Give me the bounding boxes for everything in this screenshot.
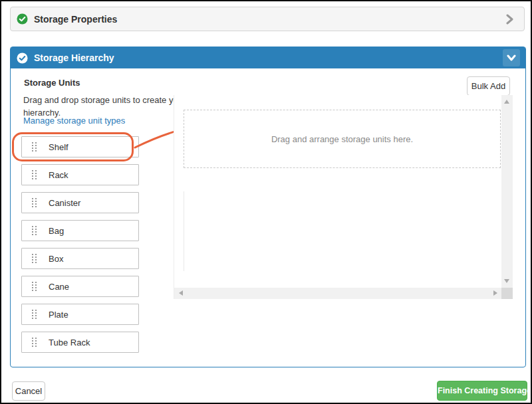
drag-handle-icon[interactable] bbox=[32, 142, 37, 152]
unit-item-tube-rack[interactable]: Tube Rack bbox=[21, 332, 139, 353]
finish-creating-storage-button[interactable]: Finish Creating Storage bbox=[437, 381, 527, 401]
cancel-button[interactable]: Cancel bbox=[12, 381, 45, 401]
check-circle-icon bbox=[17, 13, 28, 25]
dropzone[interactable]: Drag and arrange storage units here. bbox=[184, 110, 501, 168]
unit-item-plate[interactable]: Plate bbox=[21, 304, 139, 325]
storage-hierarchy-panel-header[interactable]: Storage Hierarchy bbox=[11, 47, 525, 68]
hierarchy-canvas[interactable]: Drag and arrange storage units here. bbox=[174, 95, 513, 299]
chevron-down-icon bbox=[506, 53, 517, 62]
storage-hierarchy-title: Storage Hierarchy bbox=[34, 52, 114, 63]
drag-handle-icon[interactable] bbox=[32, 282, 37, 292]
drag-handle-icon[interactable] bbox=[32, 170, 37, 180]
drag-handle-icon[interactable] bbox=[32, 198, 37, 208]
storage-properties-panel-header[interactable]: Storage Properties bbox=[10, 7, 525, 31]
unit-item-cane[interactable]: Cane bbox=[21, 276, 139, 297]
unit-item-canister[interactable]: Canister bbox=[21, 192, 139, 213]
scroll-right-icon[interactable] bbox=[493, 290, 497, 296]
dropzone-hint: Drag and arrange storage units here. bbox=[271, 134, 413, 144]
scroll-left-icon[interactable] bbox=[179, 290, 183, 296]
storage-units-label: Storage Units bbox=[24, 78, 80, 88]
drag-handle-icon[interactable] bbox=[32, 226, 37, 236]
manage-storage-unit-types-link[interactable]: Manage storage unit types bbox=[23, 116, 125, 126]
bulk-add-button[interactable]: Bulk Add bbox=[467, 76, 510, 96]
drag-handle-icon[interactable] bbox=[32, 310, 37, 320]
collapse-toggle[interactable] bbox=[503, 49, 520, 66]
canvas-guide-line bbox=[184, 191, 184, 271]
vertical-scrollbar[interactable] bbox=[501, 95, 513, 288]
unit-item-box[interactable]: Box bbox=[21, 248, 139, 269]
horizontal-scrollbar[interactable] bbox=[174, 288, 502, 299]
chevron-right-icon bbox=[504, 13, 515, 25]
unit-item-shelf[interactable]: Shelf bbox=[21, 136, 139, 157]
drag-handle-icon[interactable] bbox=[32, 254, 37, 264]
scroll-up-icon[interactable] bbox=[504, 100, 509, 104]
create-storage-dialog: Storage Properties Storage Hierarchy Sto… bbox=[0, 0, 532, 404]
unit-item-bag[interactable]: Bag bbox=[21, 220, 139, 241]
storage-properties-title: Storage Properties bbox=[34, 14, 117, 25]
scrollbar-corner bbox=[501, 288, 513, 299]
storage-hierarchy-panel: Storage Hierarchy Storage Units Bulk Add… bbox=[10, 47, 526, 367]
check-circle-icon bbox=[17, 52, 28, 64]
scroll-down-icon[interactable] bbox=[504, 279, 509, 283]
drag-handle-icon[interactable] bbox=[32, 338, 37, 348]
unit-item-rack[interactable]: Rack bbox=[21, 164, 139, 185]
